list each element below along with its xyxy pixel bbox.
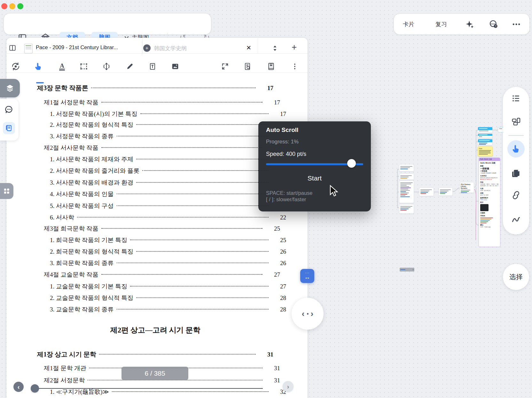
rect-select-icon[interactable] (79, 61, 89, 72)
link-icon[interactable] (510, 190, 522, 201)
panel-resize-handle[interactable]: ··· ↔ (300, 269, 314, 283)
map-node-text-line: 脚注 (480, 224, 499, 226)
map-card-node[interactable] (478, 139, 493, 145)
toc-row: 2. 희극문학 작품의 형식적 특징26 (37, 247, 286, 256)
web-translate-help-icon[interactable]: www ? (488, 19, 499, 29)
toc-row: 5. 서사문학 작품의 구성 (37, 201, 286, 211)
map-note-node[interactable] (439, 188, 453, 196)
toc-row: 4. 서사문학 작품의 인물 (37, 189, 286, 199)
tab-sort-icon[interactable] (270, 44, 279, 53)
flip-prev-icon[interactable]: ‹ (302, 309, 305, 319)
map-note-node[interactable] (399, 173, 414, 180)
layers-tab[interactable] (0, 79, 20, 97)
map-yellow-note-node[interactable]: Note (478, 146, 493, 157)
toc-entry-label: 3. 서사문학 작품의 배경과 환경 (50, 178, 133, 188)
map-card-node[interactable] (478, 134, 493, 138)
cards-button[interactable]: 卡片 (403, 20, 414, 28)
map-node-text-line: 删除线文本 高亮文本 (480, 179, 499, 180)
map-hello-world-node[interactable]: Hello World 示例 Hello World 示例标题一级标题二级标题三… (479, 157, 500, 247)
toc-page-number: 27 (271, 282, 286, 291)
speed-slider-handle[interactable] (347, 159, 356, 168)
toc-row: 제2절 서사문학 작품 (37, 143, 280, 153)
toc-dotted-leader (91, 88, 256, 88)
map-note-node[interactable] (399, 164, 414, 172)
tab-korean-literature[interactable]: 韩国文学史纲 (154, 45, 187, 52)
map-node-text-line: Hello World 示例 (480, 162, 499, 164)
fullscreen-icon[interactable] (220, 61, 230, 72)
toc-dotted-leader (136, 251, 269, 252)
map-node-text-line: 引用 (480, 188, 499, 190)
map-note-node[interactable] (399, 204, 414, 214)
toc-row: 제3절 희극문학 작품25 (37, 224, 280, 233)
tab-close-icon[interactable]: ✕ (246, 44, 251, 51)
more-options-icon[interactable] (511, 19, 522, 29)
app-window: 文档 脑图 主脑图 ↺ ↻ 卡片 复习 www ? (0, 0, 532, 398)
tab-extract-icon[interactable]: + (143, 44, 151, 52)
toc-entry-label: 1. 희극문학 작품의 기본 특징 (50, 235, 127, 245)
map-note-node[interactable] (419, 188, 434, 196)
scroll-notes-active-bg[interactable] (3, 122, 15, 134)
hand-tool-icon[interactable] (33, 61, 43, 72)
page-scrubber-track[interactable] (37, 388, 263, 389)
select-mode-button[interactable]: 选择 (503, 264, 529, 290)
outline-list-icon[interactable] (510, 93, 522, 103)
toc-entry-label: 제2절 서정문학 (44, 376, 85, 385)
toolbar-divider-line (6, 73, 308, 73)
highlight-text-icon[interactable]: A (57, 61, 67, 72)
map-node-text-line: 文本样式 (480, 175, 499, 177)
vertical-scroll-select-icon[interactable] (101, 61, 112, 72)
window-close-button[interactable] (1, 3, 7, 9)
ai-sparkles-icon[interactable] (464, 19, 475, 29)
pen-icon[interactable] (125, 61, 135, 72)
doc-more-icon[interactable] (290, 61, 299, 72)
map-note-node[interactable] (399, 180, 414, 203)
toc-dotted-leader (130, 286, 269, 287)
toc-row: 2. 교술문학 작품의 형식적 특징28 (37, 293, 286, 303)
split-view-icon[interactable] (8, 43, 17, 53)
map-card-node[interactable] (478, 127, 493, 133)
image-annotation-icon[interactable] (170, 61, 180, 72)
prev-page-button[interactable]: ‹ (13, 382, 24, 392)
main-toolbar: 文档 脑图 主脑图 ↺ ↻ (4, 13, 211, 34)
toc-row: 3. 희극문학 작품의 종류26 (37, 258, 286, 268)
map-tools-toolbar (503, 87, 529, 234)
text-box-icon[interactable] (147, 61, 158, 72)
toc-dotted-leader (136, 182, 269, 183)
freehand-draw-icon[interactable] (510, 213, 522, 225)
toc-row: 3. 서정문학 작품의 종류 (37, 132, 286, 141)
flip-next-icon[interactable]: › (311, 309, 314, 319)
next-page-button[interactable]: › (283, 381, 293, 392)
toc-entry-label: 제1절 문학 개관 (44, 364, 86, 373)
toc-dotted-leader (117, 263, 269, 263)
review-button[interactable]: 复习 (435, 20, 447, 28)
hint-brackets: [ / ]: slower/faster (266, 196, 313, 203)
page-scrubber-handle[interactable] (31, 384, 39, 393)
toc-entry-label: 3. 희극문학 작품의 종류 (50, 258, 114, 268)
page-flip-control[interactable]: ‹ › (292, 298, 324, 330)
document-thumbnail-icon (24, 44, 33, 53)
auto-scroll-icon[interactable] (11, 61, 21, 72)
map-small-node[interactable]: + (400, 268, 414, 272)
toc-dotted-leader (117, 136, 269, 136)
copy-pages-icon[interactable] (510, 168, 522, 179)
doc-search-icon[interactable] (242, 61, 253, 72)
svg-text:A: A (60, 62, 64, 69)
map-library-node[interactable]: 21st Century Library Systems (459, 182, 474, 193)
toc-entry-label: 제4절 교술문학 작품 (44, 270, 98, 279)
toc-row: 제3장 문학 작품론17 (37, 83, 273, 93)
tab-pace-document[interactable]: Pace - 2009 - 21st Century Librar... (36, 44, 118, 50)
tab-add-icon[interactable]: + (292, 42, 297, 52)
apps-grid-tab[interactable] (0, 183, 13, 199)
start-button[interactable]: Start (258, 174, 371, 182)
map-hand-tool-icon[interactable] (511, 144, 521, 154)
window-minimize-button[interactable] (9, 3, 15, 9)
card-layout-icon[interactable] (510, 116, 522, 126)
toc-page-number: 28 (271, 293, 286, 303)
toc-entry-label: 2. 교술문학 작품의 형식적 특징 (50, 293, 133, 303)
map-node-text-line: 图片 (480, 201, 499, 203)
bookmark-book-icon[interactable] (266, 61, 276, 72)
comments-icon[interactable] (3, 104, 15, 115)
window-zoom-button[interactable] (17, 3, 23, 9)
toc-page-number: 26 (271, 247, 286, 256)
toc-entry-label: 제3절 희극문학 작품 (44, 224, 98, 233)
